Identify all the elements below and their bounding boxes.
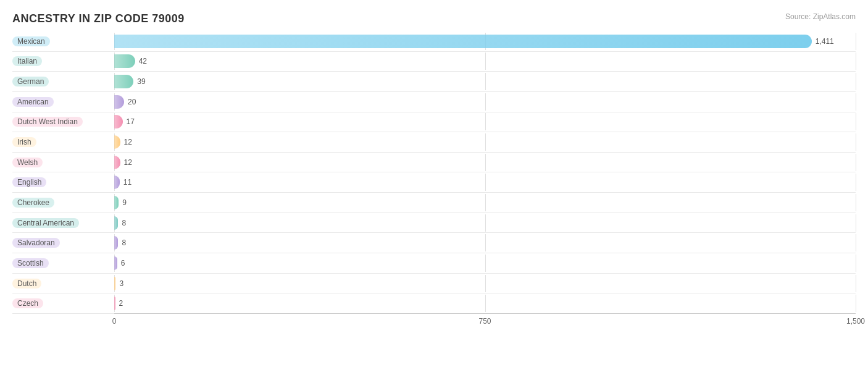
bar-label-pill-1: Italian	[12, 56, 42, 66]
bar-label-1: Italian	[12, 56, 114, 66]
bar-track-5: 12	[114, 133, 856, 151]
bar-label-5: Irish	[12, 137, 114, 147]
bar-label-pill-4: Dutch West Indian	[12, 117, 83, 127]
x-tick: 1,500	[846, 317, 865, 326]
bar-label-7: English	[12, 177, 114, 187]
bar-value-11: 6	[121, 259, 125, 268]
grid-line-100	[856, 133, 856, 151]
bar-value-12: 3	[119, 279, 123, 288]
bar-track-9: 8	[114, 214, 856, 232]
bar-value-10: 8	[122, 238, 126, 247]
grid-line-100	[856, 255, 856, 272]
grid-line-100	[856, 33, 856, 50]
grid-line-50	[485, 295, 486, 312]
bar-label-pill-7: English	[12, 177, 46, 187]
bar-row: Dutch 3	[12, 274, 856, 294]
bar-label-6: Welsh	[12, 158, 114, 167]
bar-track-11: 6	[114, 255, 856, 272]
bar-label-pill-8: Cherokee	[12, 198, 54, 208]
grid-line-50	[485, 174, 486, 191]
chart-container: ANCESTRY IN ZIP CODE 79009 Source: ZipAt…	[0, 0, 868, 375]
bar-row: Dutch West Indian 17	[12, 112, 856, 133]
grid-line-50	[485, 113, 486, 130]
grid-line-50	[485, 234, 486, 251]
bar-value-4: 17	[127, 117, 135, 126]
bar-fill-9	[114, 216, 118, 230]
bar-track-10: 8	[114, 234, 856, 251]
grid-line-100	[856, 53, 856, 70]
bar-row: English 11	[12, 172, 856, 193]
bar-row: Italian 42	[12, 52, 856, 72]
bar-label-9: Central American	[12, 218, 114, 228]
bar-row: Cherokee 9	[12, 193, 856, 213]
grid-line-100	[856, 214, 856, 232]
bar-label-12: Dutch	[12, 279, 114, 289]
bar-value-9: 8	[122, 219, 126, 227]
bar-row: Scottish 6	[12, 253, 856, 274]
grid-line-50	[485, 154, 486, 171]
bar-fill-11	[114, 256, 117, 270]
bar-track-1: 42	[114, 53, 856, 70]
grid-line-100	[856, 73, 856, 90]
bar-label-pill-11: Scottish	[12, 258, 49, 268]
chart-title: ANCESTRY IN ZIP CODE 79009	[12, 12, 856, 25]
grid-line-50	[485, 73, 486, 90]
bar-label-pill-0: Mexican	[12, 36, 50, 46]
bar-row: Irish 12	[12, 132, 856, 153]
bar-row: Welsh 12	[12, 153, 856, 173]
bar-fill-4	[114, 115, 123, 129]
bar-fill-10	[114, 236, 118, 250]
bar-value-3: 20	[128, 98, 136, 106]
grid-line-100	[856, 275, 856, 292]
x-axis: 07501,500	[114, 314, 856, 339]
bar-label-pill-12: Dutch	[12, 279, 41, 289]
bar-row: Mexican 1,411	[12, 32, 856, 52]
bar-row: Central American 8	[12, 213, 856, 234]
bar-label-13: Czech	[12, 298, 114, 308]
bar-fill-6	[114, 156, 120, 169]
bar-value-0: 1,411	[816, 37, 834, 46]
grid-line-100	[856, 113, 856, 130]
bar-label-pill-6: Welsh	[12, 158, 43, 167]
bar-track-12: 3	[114, 275, 856, 292]
bar-label-pill-13: Czech	[12, 298, 43, 308]
grid-line-50	[485, 214, 486, 232]
bar-label-4: Dutch West Indian	[12, 117, 114, 127]
bar-track-2: 39	[114, 73, 856, 90]
bar-label-pill-3: American	[12, 97, 54, 107]
x-tick: 0	[112, 317, 117, 326]
bar-label-pill-2: German	[12, 77, 49, 86]
bar-label-8: Cherokee	[12, 198, 114, 208]
bar-track-6: 12	[114, 154, 856, 171]
bar-value-2: 39	[137, 77, 145, 86]
bar-fill-12	[114, 277, 115, 290]
bar-value-5: 12	[124, 138, 132, 146]
x-tick: 750	[478, 317, 491, 326]
grid-line-100	[856, 194, 856, 211]
bar-label-pill-9: Central American	[12, 218, 79, 228]
bars-wrapper: Mexican 1,411 Italian 42 German	[12, 32, 856, 314]
bar-value-8: 9	[122, 198, 127, 207]
bar-track-7: 11	[114, 174, 856, 191]
bar-row: American 20	[12, 92, 856, 112]
bar-fill-7	[114, 175, 120, 189]
grid-line-50	[485, 194, 486, 211]
bar-fill-13	[114, 297, 115, 310]
grid-line-50	[485, 133, 486, 151]
bar-track-3: 20	[114, 93, 856, 111]
bar-row: German 39	[12, 72, 856, 92]
grid-line-100	[856, 174, 856, 191]
bar-label-0: Mexican	[12, 36, 114, 46]
bar-fill-1	[114, 54, 135, 68]
bar-fill-8	[114, 196, 119, 209]
bar-fill-2	[114, 75, 133, 88]
grid-line-100	[856, 93, 856, 111]
bar-label-2: German	[12, 77, 114, 86]
bar-track-8: 9	[114, 194, 856, 211]
bar-value-6: 12	[124, 158, 132, 167]
bar-value-13: 2	[119, 299, 123, 308]
bar-label-pill-10: Salvadoran	[12, 238, 60, 248]
bar-label-10: Salvadoran	[12, 238, 114, 248]
chart-area: Mexican 1,411 Italian 42 German	[12, 32, 856, 339]
source-label: Source: ZipAtlas.com	[785, 12, 856, 21]
